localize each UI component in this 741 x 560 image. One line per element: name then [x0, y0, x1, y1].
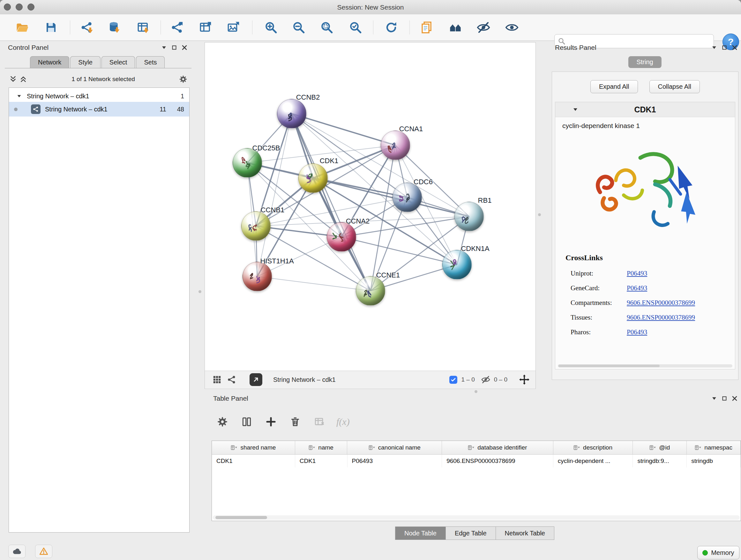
collapse-all-button[interactable]: Collapse All: [650, 80, 700, 93]
export-image-button[interactable]: [225, 19, 242, 36]
expand-all-networks-button[interactable]: [8, 74, 18, 84]
table-cell[interactable]: cyclin-dependent ...: [553, 455, 633, 468]
memory-status-dot: [702, 550, 708, 556]
network-options-button[interactable]: [178, 74, 188, 84]
tab-node-table[interactable]: Node Table: [395, 526, 446, 540]
table-cell[interactable]: stringdb: [687, 455, 741, 468]
delete-column-button[interactable]: [288, 415, 302, 429]
import-table-button[interactable]: [135, 19, 151, 36]
show-columns-button[interactable]: [239, 415, 254, 429]
network-node-ccnb2[interactable]: [277, 99, 307, 128]
network-node-rb1[interactable]: [455, 202, 484, 231]
expand-all-button[interactable]: Expand All: [590, 80, 638, 93]
crosslink-value-link[interactable]: P06493: [627, 269, 647, 277]
protein-structure-image: [582, 133, 709, 252]
zoom-out-button[interactable]: [290, 19, 307, 36]
export-network-button[interactable]: [169, 19, 185, 36]
tab-sets[interactable]: Sets: [136, 56, 165, 68]
zoom-in-button[interactable]: [263, 19, 279, 36]
tab-edge-table[interactable]: Edge Table: [446, 526, 496, 540]
tab-network[interactable]: Network: [30, 56, 69, 68]
protein-thumbnail: [327, 223, 356, 251]
node-layer: CCNB2CCNA1CDC25BCDK1CDC6RB1CCNB1CCNA2CDK…: [205, 43, 536, 371]
warnings-button[interactable]: [35, 545, 52, 558]
import-network-database-button[interactable]: [106, 19, 123, 36]
column-header[interactable]: @id: [633, 441, 687, 454]
protein-section: CDK1 cyclin-dependent kinase 1: [555, 102, 735, 369]
import-network-file-button[interactable]: [78, 19, 95, 36]
scrollbar-thumb[interactable]: [215, 516, 267, 519]
crosslink-value-link[interactable]: 9606.ENSP00000378699: [627, 314, 695, 321]
column-header[interactable]: shared name: [212, 441, 295, 454]
network-node-cdc25b[interactable]: [232, 148, 262, 178]
houses-button[interactable]: [447, 19, 464, 36]
table-panel-collapse-button[interactable]: [709, 394, 719, 403]
protein-section-header[interactable]: CDK1: [555, 102, 735, 117]
table-cell[interactable]: stringdb:9...: [633, 455, 687, 468]
column-header[interactable]: database identifier: [442, 441, 553, 454]
results-horizontal-scrollbar[interactable]: [558, 364, 732, 368]
tab-select[interactable]: Select: [102, 56, 135, 68]
memory-button[interactable]: Memory: [697, 546, 739, 559]
grid-view-button[interactable]: [212, 375, 222, 384]
tab-style[interactable]: Style: [70, 56, 100, 68]
network-node-ccna1[interactable]: [381, 131, 410, 160]
network-overview-button[interactable]: [226, 375, 237, 384]
table-cell[interactable]: CDK1: [295, 455, 347, 468]
zoom-selected-button[interactable]: [347, 19, 364, 36]
control-panel-collapse-button[interactable]: [159, 43, 169, 52]
network-node-hist1h1a[interactable]: [243, 262, 272, 291]
network-node-ccne1[interactable]: [356, 276, 385, 306]
table-cell[interactable]: CDK1: [212, 455, 295, 468]
selected-indicator-checkbox[interactable]: [449, 376, 457, 384]
column-header[interactable]: description: [553, 441, 633, 454]
network-node-cdk1[interactable]: [298, 164, 328, 193]
table-options-button[interactable]: [215, 415, 230, 429]
control-panel-close-button[interactable]: [179, 43, 190, 52]
network-row-selected[interactable]: String Network – cdk1 11 48: [9, 102, 189, 117]
pan-move-icon[interactable]: [519, 374, 530, 385]
tab-network-table[interactable]: Network Table: [495, 526, 554, 540]
export-table-button[interactable]: [197, 19, 214, 36]
duplicate-page-button[interactable]: [418, 19, 435, 36]
results-panel-close-button[interactable]: [730, 43, 740, 52]
table-body-row[interactable]: CDK1CDK1P064939606.ENSP00000378699cyclin…: [212, 455, 741, 468]
table-panel-close-button[interactable]: [730, 394, 740, 403]
detach-view-button[interactable]: [250, 373, 262, 386]
network-node-label: CDK1: [320, 157, 339, 165]
network-node-ccnb1[interactable]: [241, 211, 271, 241]
network-node-cdkn1a[interactable]: [442, 250, 472, 279]
column-header[interactable]: canonical name: [347, 441, 442, 454]
table-horizontal-scrollbar[interactable]: [213, 515, 740, 520]
memory-label: Memory: [711, 549, 734, 557]
create-column-button[interactable]: [264, 415, 278, 429]
left-splitter-handle[interactable]: [199, 290, 201, 293]
network-node-ccna2[interactable]: [327, 222, 356, 252]
crosslink-value-link[interactable]: 9606.ENSP00000378699: [627, 299, 695, 307]
column-header[interactable]: namespac: [687, 441, 741, 454]
right-splitter-handle[interactable]: [538, 213, 541, 216]
column-header[interactable]: name: [295, 441, 347, 454]
bottom-splitter-handle[interactable]: [475, 390, 477, 393]
crosslink-value-link[interactable]: P06493: [627, 328, 647, 336]
open-session-button[interactable]: [14, 19, 30, 36]
table-panel-float-button[interactable]: [719, 394, 730, 403]
zoom-fit-button[interactable]: [319, 19, 335, 36]
table-cell[interactable]: P06493: [347, 455, 442, 468]
float-window-icon: [721, 395, 728, 402]
apply-layout-button[interactable]: [383, 19, 400, 36]
results-panel-collapse-button[interactable]: [709, 43, 719, 52]
hide-graphics-details-button[interactable]: [475, 19, 492, 36]
show-graphics-details-button[interactable]: [503, 19, 520, 36]
network-canvas[interactable]: CCNB2CCNA1CDC25BCDK1CDC6RB1CCNB1CCNA2CDK…: [205, 43, 536, 371]
table-cell[interactable]: 9606.ENSP00000378699: [442, 455, 553, 468]
collapse-all-networks-button[interactable]: [18, 74, 28, 84]
crosslink-value-link[interactable]: P06493: [627, 284, 647, 292]
control-panel-float-button[interactable]: [169, 43, 179, 52]
cloud-status-button[interactable]: [8, 545, 25, 558]
results-panel-float-button[interactable]: [719, 43, 730, 52]
tab-string[interactable]: String: [628, 56, 661, 68]
network-node-cdc6[interactable]: [393, 183, 422, 212]
network-collection-row[interactable]: String Network – cdk1 1: [9, 90, 189, 102]
save-session-button[interactable]: [43, 19, 59, 36]
